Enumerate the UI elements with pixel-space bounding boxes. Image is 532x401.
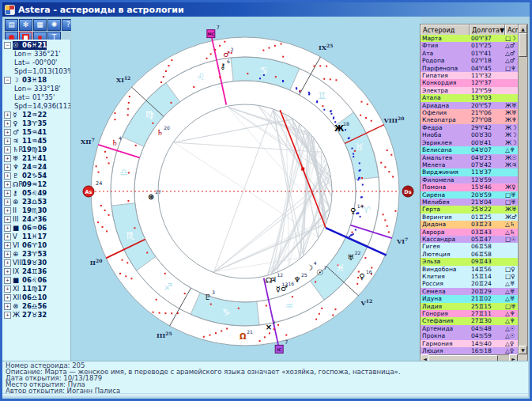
tree-item-14[interactable]: +III24♐36 (2, 215, 70, 224)
table-row[interactable]: Фтия01♈25△♂ (421, 42, 518, 49)
tree-item-4[interactable]: +♂15♒41 (2, 128, 70, 137)
tree-item-8[interactable]: +♆24♒24 (2, 163, 70, 172)
tree-item-2[interactable]: +☿12♒22 (2, 111, 70, 119)
table-row[interactable]: Ариадна20♈57Ж♅ (421, 102, 518, 109)
table-row[interactable]: Гармония14♋40△♀ (421, 340, 518, 347)
table-row[interactable]: Атала13♈03 (421, 94, 518, 101)
table-row[interactable]: Лютеция06♊58 (421, 251, 518, 258)
table-row[interactable]: Белисана04♉07△♆ (421, 146, 518, 153)
tree-expander[interactable]: + (4, 120, 11, 127)
tree-item-22[interactable]: +XI11♍17 (2, 285, 70, 293)
tree-item-7[interactable]: +♅21♓41 (2, 154, 70, 163)
column-header-asteroid[interactable]: Астероид (421, 25, 470, 35)
tree-expander[interactable]: + (4, 251, 11, 258)
tree-expander[interactable]: + (4, 172, 11, 180)
table-row[interactable]: Помона15♉46Ж♀ (421, 183, 518, 191)
table-row[interactable]: Вирджиния11♉37 (421, 168, 518, 176)
tree-item-20[interactable]: +IX24♊36 (2, 267, 70, 276)
scroll-up-button[interactable]: ▲ (519, 25, 527, 33)
tree-item-15[interactable]: +■06♒06 (2, 224, 70, 233)
table-row[interactable]: Родопа02♈18△♂ ∠♄ (421, 57, 518, 64)
table-row[interactable]: Эвриклея00♉41Ж☽ □♂ (421, 139, 518, 146)
tree-expander[interactable]: + (4, 146, 11, 153)
table-row[interactable]: Россия20♊24△♅ (421, 280, 518, 287)
tree-expander[interactable]: + (4, 277, 11, 284)
tree-expander[interactable]: + (4, 199, 11, 206)
table-row[interactable]: Гипатия11♈32 (421, 72, 518, 79)
table-row[interactable]: Парфенопа04♈45□♆ (421, 65, 518, 72)
table-row[interactable]: Клеопатра27♈08Ж♆ (421, 116, 518, 123)
scroll-thumb[interactable] (519, 33, 527, 57)
table-row[interactable]: Семела20♊29△♅ (421, 288, 518, 295)
tree-expander[interactable]: + (4, 259, 11, 267)
table-row[interactable]: Виндобона14♊56□♀ (421, 266, 518, 273)
table-row[interactable]: Мелибея21♉04□♅ (421, 199, 518, 206)
table-button[interactable]: ▦ (33, 19, 47, 31)
tree-expander[interactable]: + (4, 233, 11, 240)
table-row[interactable]: Лидия25♊15□♅ (421, 303, 518, 310)
tree-expander[interactable]: + (4, 138, 11, 145)
tree-item-9[interactable]: +♇02♑54 (2, 172, 70, 180)
tree-item-17[interactable]: +VI06♈10 (2, 241, 70, 250)
table-row[interactable]: Филомела12♉59 (421, 176, 518, 183)
table-row[interactable]: Мелета07♉42Ж♃ (421, 161, 518, 168)
tree-item-13[interactable]: +II19♏30 (2, 206, 70, 215)
tree-item-0[interactable]: −☉06♓21 (2, 41, 70, 50)
tree-expander[interactable]: + (4, 312, 11, 319)
tree-expander[interactable]: + (4, 112, 11, 119)
tree-expander[interactable]: − (4, 42, 11, 49)
table-row[interactable]: Амальтея04♉23Ж☉ △♆ (421, 154, 518, 161)
tree-expander[interactable]: + (4, 294, 11, 301)
table-row[interactable]: Кассандра05♊47□☉ (421, 236, 518, 243)
snowflake-button[interactable]: ✻ (19, 19, 32, 31)
table-row[interactable]: Федра29♈42Ж☽ (421, 124, 518, 131)
table-row[interactable]: Марта00♈37□☽ (421, 35, 518, 42)
table-row[interactable]: Эльза09♊43 (421, 258, 518, 265)
tree-expander[interactable]: − (4, 77, 11, 84)
tree-expander[interactable]: + (4, 129, 11, 136)
tree-item-6[interactable]: +♄R19♍19 (2, 146, 70, 154)
table-row[interactable]: Ниоба00♉30Ж☽ (421, 131, 518, 138)
table-row[interactable]: Гигея06♊58 (421, 243, 518, 250)
tree-expander[interactable]: + (4, 303, 11, 310)
tree-expander[interactable]: + (4, 164, 11, 171)
tree-item-24[interactable]: +⊗26♎56 (2, 302, 70, 311)
tree-item-19[interactable]: +VIII19♉30 (2, 259, 70, 267)
scroll-down-button[interactable]: ▼ (519, 346, 527, 354)
table-row[interactable]: Ата01♈41△♂ (421, 50, 518, 57)
tree-item-3[interactable]: +♀13♈35 (2, 119, 70, 128)
tree-expander[interactable]: + (4, 155, 11, 162)
settings-button[interactable]: ✺ (47, 19, 61, 31)
table-row[interactable]: Электра12♈59 (421, 87, 518, 94)
tree-expander[interactable]: + (4, 225, 11, 232)
tree-item-10[interactable]: +☊R09♒12 (2, 180, 70, 189)
tree-item-25[interactable]: +Ж27♉32 (2, 311, 70, 320)
tree-item-23[interactable]: +XII06♎10 (2, 293, 70, 302)
table-row[interactable]: Прокна04♋59△☉ ∠♂ (421, 332, 518, 339)
tree-expander[interactable]: + (4, 216, 11, 223)
tree-item-1[interactable]: −☽03♓18 (2, 76, 70, 85)
open-file-button[interactable]: ▤ (5, 19, 18, 31)
tree-item-18[interactable]: +⊕23♈53 (2, 250, 70, 259)
table-row[interactable]: Конкордия12♈37 (421, 79, 518, 86)
tree-expander[interactable]: + (4, 181, 11, 188)
table-row[interactable]: Стефания27♊30△♆ (421, 317, 518, 324)
table-row[interactable]: Аврора03♊43△♄ (421, 229, 518, 236)
table-row[interactable]: Клития15♊14□♀ (421, 273, 518, 280)
tree-expander[interactable]: + (4, 242, 11, 249)
tree-expander[interactable]: + (4, 190, 11, 197)
tree-item-11[interactable]: +⚷05♌49 (2, 189, 70, 198)
table-row[interactable]: Сирена20♉59□♅ (421, 191, 518, 199)
tree-item-21[interactable]: +■06♌06 (2, 276, 70, 285)
tree-item-12[interactable]: +⊕23♎53 (2, 198, 70, 206)
column-header-longitude[interactable]: Долгота▼ (470, 25, 505, 35)
table-row[interactable]: Идуна21♊02△♅ (421, 295, 518, 302)
table-row[interactable]: Офелия21♈06Ж♅ (421, 109, 518, 116)
table-row[interactable]: Дидона03♊23△♄ (421, 221, 518, 228)
tree-item-16[interactable]: +V11♓17 (2, 233, 70, 241)
tree-expander[interactable]: + (4, 207, 11, 214)
tree-expander[interactable]: + (4, 286, 11, 293)
vertical-scrollbar[interactable]: ▲ ▼ (518, 25, 527, 355)
table-row[interactable]: Герта25♉22Ж♅ (421, 206, 518, 213)
table-row[interactable]: Верингия01♊25Ж♂ (421, 214, 518, 221)
